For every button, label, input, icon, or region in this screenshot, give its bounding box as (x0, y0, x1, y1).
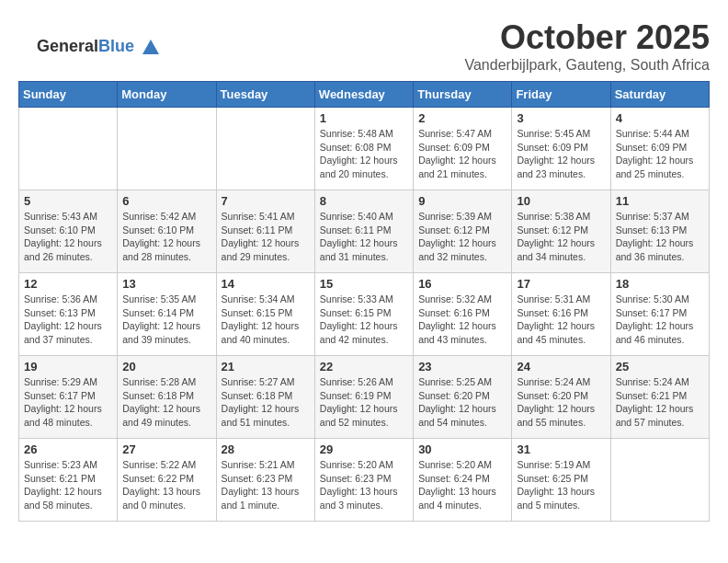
day-number: 9 (418, 194, 506, 208)
day-info: Sunrise: 5:21 AM Sunset: 6:23 PM Dayligh… (222, 458, 310, 512)
day-number: 6 (122, 194, 210, 208)
day-number: 15 (320, 277, 408, 291)
day-info: Sunrise: 5:31 AM Sunset: 6:16 PM Dayligh… (517, 293, 605, 347)
day-number: 1 (320, 111, 408, 125)
calendar-cell-1-7: 4Sunrise: 5:44 AM Sunset: 6:09 PM Daylig… (610, 108, 709, 190)
day-number: 14 (222, 277, 310, 291)
day-info: Sunrise: 5:48 AM Sunset: 6:08 PM Dayligh… (320, 127, 408, 181)
header-saturday: Saturday (610, 82, 709, 108)
day-number: 23 (418, 360, 506, 373)
day-info: Sunrise: 5:35 AM Sunset: 6:14 PM Dayligh… (122, 293, 210, 347)
calendar-cell-5-5: 30Sunrise: 5:20 AM Sunset: 6:24 PM Dayli… (414, 439, 512, 522)
day-info: Sunrise: 5:36 AM Sunset: 6:13 PM Dayligh… (24, 293, 112, 347)
calendar-cell-5-3: 28Sunrise: 5:21 AM Sunset: 6:23 PM Dayli… (216, 439, 314, 522)
calendar-cell-5-7 (610, 439, 709, 522)
header-wednesday: Wednesday (314, 82, 413, 108)
day-number: 22 (320, 360, 408, 373)
day-info: Sunrise: 5:44 AM Sunset: 6:09 PM Dayligh… (616, 127, 704, 181)
day-number: 27 (122, 442, 210, 456)
day-number: 25 (616, 360, 704, 373)
calendar-cell-2-4: 8Sunrise: 5:40 AM Sunset: 6:11 PM Daylig… (314, 190, 413, 273)
day-info: Sunrise: 5:42 AM Sunset: 6:10 PM Dayligh… (122, 210, 210, 264)
day-number: 19 (24, 360, 112, 373)
day-number: 11 (616, 194, 704, 208)
calendar-cell-4-6: 24Sunrise: 5:24 AM Sunset: 6:20 PM Dayli… (512, 356, 610, 439)
calendar-cell-2-2: 6Sunrise: 5:42 AM Sunset: 6:10 PM Daylig… (118, 190, 216, 273)
location-subtitle: Vanderbijlpark, Gauteng, South Africa (18, 57, 710, 74)
day-info: Sunrise: 5:39 AM Sunset: 6:12 PM Dayligh… (418, 210, 506, 264)
day-info: Sunrise: 5:27 AM Sunset: 6:18 PM Dayligh… (222, 375, 310, 430)
day-info: Sunrise: 5:20 AM Sunset: 6:24 PM Dayligh… (418, 458, 506, 512)
day-info: Sunrise: 5:34 AM Sunset: 6:15 PM Dayligh… (222, 293, 310, 347)
calendar-cell-2-5: 9Sunrise: 5:39 AM Sunset: 6:12 PM Daylig… (414, 190, 512, 273)
day-info: Sunrise: 5:43 AM Sunset: 6:10 PM Dayligh… (24, 210, 112, 264)
day-number: 30 (418, 442, 506, 456)
calendar-cell-2-7: 11Sunrise: 5:37 AM Sunset: 6:13 PM Dayli… (610, 190, 709, 273)
day-info: Sunrise: 5:38 AM Sunset: 6:12 PM Dayligh… (517, 210, 605, 264)
logo-icon (141, 38, 161, 58)
logo: GeneralBlue (37, 37, 161, 58)
calendar-cell-4-7: 25Sunrise: 5:24 AM Sunset: 6:21 PM Dayli… (610, 356, 709, 439)
calendar-cell-3-7: 18Sunrise: 5:30 AM Sunset: 6:17 PM Dayli… (610, 273, 709, 356)
calendar-cell-4-1: 19Sunrise: 5:29 AM Sunset: 6:17 PM Dayli… (19, 356, 118, 439)
calendar-cell-3-5: 16Sunrise: 5:32 AM Sunset: 6:16 PM Dayli… (414, 273, 512, 356)
calendar-cell-2-1: 5Sunrise: 5:43 AM Sunset: 6:10 PM Daylig… (19, 190, 118, 273)
day-info: Sunrise: 5:47 AM Sunset: 6:09 PM Dayligh… (418, 127, 506, 181)
header-monday: Monday (118, 82, 216, 108)
header-friday: Friday (512, 82, 610, 108)
calendar-cell-3-6: 17Sunrise: 5:31 AM Sunset: 6:16 PM Dayli… (512, 273, 610, 356)
header-tuesday: Tuesday (216, 82, 314, 108)
day-number: 31 (517, 442, 605, 456)
svg-marker-0 (142, 40, 159, 54)
calendar-cell-1-2 (118, 108, 216, 190)
week-row-5: 26Sunrise: 5:23 AM Sunset: 6:21 PM Dayli… (19, 439, 710, 522)
day-info: Sunrise: 5:32 AM Sunset: 6:16 PM Dayligh… (418, 293, 506, 347)
calendar-cell-5-6: 31Sunrise: 5:19 AM Sunset: 6:25 PM Dayli… (512, 439, 610, 522)
day-info: Sunrise: 5:45 AM Sunset: 6:09 PM Dayligh… (517, 127, 605, 181)
day-number: 4 (616, 111, 704, 125)
header-thursday: Thursday (414, 82, 512, 108)
week-row-4: 19Sunrise: 5:29 AM Sunset: 6:17 PM Dayli… (19, 356, 710, 439)
day-info: Sunrise: 5:30 AM Sunset: 6:17 PM Dayligh… (616, 293, 704, 347)
header-sunday: Sunday (19, 82, 118, 108)
day-info: Sunrise: 5:23 AM Sunset: 6:21 PM Dayligh… (24, 458, 112, 512)
logo-general: General (37, 37, 98, 55)
calendar-cell-3-1: 12Sunrise: 5:36 AM Sunset: 6:13 PM Dayli… (19, 273, 118, 356)
day-info: Sunrise: 5:41 AM Sunset: 6:11 PM Dayligh… (222, 210, 310, 264)
day-number: 7 (222, 194, 310, 208)
day-number: 17 (517, 277, 605, 291)
day-info: Sunrise: 5:26 AM Sunset: 6:19 PM Dayligh… (320, 375, 408, 430)
calendar-cell-1-1 (19, 108, 118, 190)
day-info: Sunrise: 5:19 AM Sunset: 6:25 PM Dayligh… (517, 458, 605, 512)
calendar-cell-1-6: 3Sunrise: 5:45 AM Sunset: 6:09 PM Daylig… (512, 108, 610, 190)
day-number: 2 (418, 111, 506, 125)
week-row-2: 5Sunrise: 5:43 AM Sunset: 6:10 PM Daylig… (19, 190, 710, 273)
calendar-cell-4-4: 22Sunrise: 5:26 AM Sunset: 6:19 PM Dayli… (314, 356, 413, 439)
calendar-cell-4-2: 20Sunrise: 5:28 AM Sunset: 6:18 PM Dayli… (118, 356, 216, 439)
calendar-cell-4-5: 23Sunrise: 5:25 AM Sunset: 6:20 PM Dayli… (414, 356, 512, 439)
calendar-cell-4-3: 21Sunrise: 5:27 AM Sunset: 6:18 PM Dayli… (216, 356, 314, 439)
day-info: Sunrise: 5:20 AM Sunset: 6:23 PM Dayligh… (320, 458, 408, 512)
calendar-cell-3-2: 13Sunrise: 5:35 AM Sunset: 6:14 PM Dayli… (118, 273, 216, 356)
day-number: 20 (122, 360, 210, 373)
day-number: 16 (418, 277, 506, 291)
calendar-cell-3-4: 15Sunrise: 5:33 AM Sunset: 6:15 PM Dayli… (314, 273, 413, 356)
calendar-table: Sunday Monday Tuesday Wednesday Thursday… (18, 81, 710, 522)
day-info: Sunrise: 5:22 AM Sunset: 6:22 PM Dayligh… (122, 458, 210, 512)
day-info: Sunrise: 5:40 AM Sunset: 6:11 PM Dayligh… (320, 210, 408, 264)
calendar-cell-5-1: 26Sunrise: 5:23 AM Sunset: 6:21 PM Dayli… (19, 439, 118, 522)
day-number: 3 (517, 111, 605, 125)
day-number: 29 (320, 442, 408, 456)
weekday-header-row: Sunday Monday Tuesday Wednesday Thursday… (19, 82, 710, 108)
day-info: Sunrise: 5:25 AM Sunset: 6:20 PM Dayligh… (418, 375, 506, 430)
day-info: Sunrise: 5:29 AM Sunset: 6:17 PM Dayligh… (24, 375, 112, 430)
calendar-cell-5-2: 27Sunrise: 5:22 AM Sunset: 6:22 PM Dayli… (118, 439, 216, 522)
day-number: 10 (517, 194, 605, 208)
day-info: Sunrise: 5:28 AM Sunset: 6:18 PM Dayligh… (122, 375, 210, 430)
calendar-cell-2-6: 10Sunrise: 5:38 AM Sunset: 6:12 PM Dayli… (512, 190, 610, 273)
day-number: 21 (222, 360, 310, 373)
week-row-1: 1Sunrise: 5:48 AM Sunset: 6:08 PM Daylig… (19, 108, 710, 190)
day-number: 24 (517, 360, 605, 373)
calendar-cell-1-5: 2Sunrise: 5:47 AM Sunset: 6:09 PM Daylig… (414, 108, 512, 190)
day-number: 8 (320, 194, 408, 208)
